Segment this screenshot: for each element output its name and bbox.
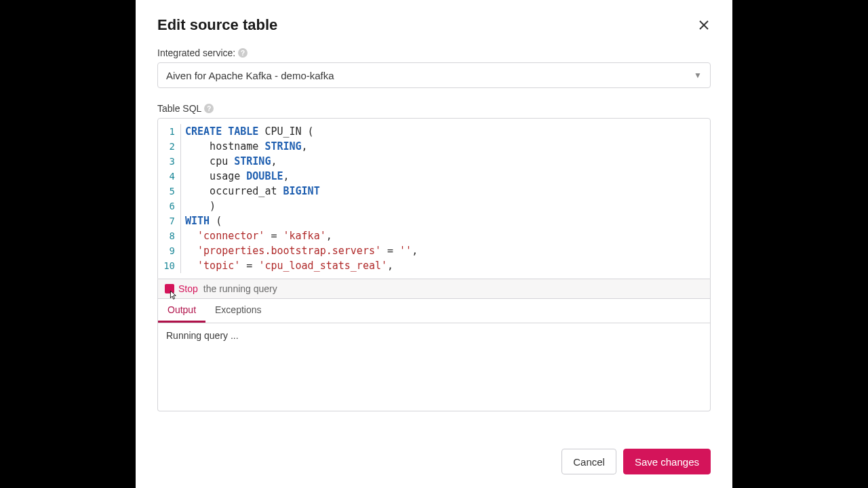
line-number: 9 [158, 243, 181, 258]
integrated-service-label: Integrated service: ? [157, 47, 711, 58]
output-panel: Running query ... [157, 323, 711, 411]
code-content[interactable]: ) [181, 199, 216, 214]
close-icon[interactable] [697, 18, 711, 32]
line-number: 7 [158, 214, 181, 228]
code-line[interactable]: 2 hostname STRING, [158, 139, 710, 154]
output-status: Running query ... [166, 330, 239, 341]
table-sql-label-text: Table SQL [157, 103, 201, 114]
result-tabs: Output Exceptions [157, 299, 711, 323]
integrated-service-label-text: Integrated service: [157, 47, 235, 58]
integrated-service-select[interactable]: Aiven for Apache Kafka - demo-kafka ▼ [157, 62, 711, 88]
code-content[interactable]: CREATE TABLE CPU_IN ( [181, 124, 314, 139]
help-icon[interactable]: ? [204, 104, 214, 113]
line-number: 10 [158, 258, 181, 273]
line-number: 5 [158, 184, 181, 199]
line-number: 3 [158, 154, 181, 169]
code-line[interactable]: 5 occurred_at BIGINT [158, 184, 710, 199]
code-content[interactable]: 'properties.bootstrap.servers' = '', [181, 243, 418, 258]
code-content[interactable]: 'topic' = 'cpu_load_stats_real', [181, 258, 393, 273]
integrated-service-value: Aiven for Apache Kafka - demo-kafka [166, 70, 334, 81]
modal-title: Edit source table [157, 16, 277, 34]
cancel-button[interactable]: Cancel [561, 449, 616, 474]
stop-icon[interactable] [165, 284, 174, 293]
chevron-down-icon: ▼ [694, 70, 702, 80]
tab-output[interactable]: Output [158, 299, 205, 323]
code-line[interactable]: 10 'topic' = 'cpu_load_stats_real', [158, 258, 710, 273]
help-icon[interactable]: ? [238, 48, 248, 58]
code-content[interactable]: cpu STRING, [181, 154, 277, 169]
code-line[interactable]: 7WITH ( [158, 214, 710, 228]
tab-exceptions[interactable]: Exceptions [205, 299, 271, 323]
code-content[interactable]: 'connector' = 'kafka', [181, 228, 332, 243]
code-content[interactable]: hostname STRING, [181, 139, 308, 154]
query-control-bar: Stop the running query [157, 279, 711, 299]
code-content[interactable]: WITH ( [181, 214, 222, 228]
code-line[interactable]: 8 'connector' = 'kafka', [158, 228, 710, 243]
edit-source-table-modal: Edit source table Integrated service: ? … [136, 0, 732, 488]
stop-hint: the running query [203, 283, 277, 294]
code-line[interactable]: 4 usage DOUBLE, [158, 169, 710, 184]
table-sql-label: Table SQL ? [157, 103, 711, 114]
code-content[interactable]: occurred_at BIGINT [181, 184, 320, 199]
line-number: 6 [158, 199, 181, 214]
stop-button[interactable]: Stop [178, 283, 198, 294]
code-line[interactable]: 6 ) [158, 199, 710, 214]
line-number: 2 [158, 139, 181, 154]
sql-editor[interactable]: 1CREATE TABLE CPU_IN (2 hostname STRING,… [157, 118, 711, 279]
code-line[interactable]: 9 'properties.bootstrap.servers' = '', [158, 243, 710, 258]
code-line[interactable]: 3 cpu STRING, [158, 154, 710, 169]
line-number: 8 [158, 228, 181, 243]
modal-footer: Cancel Save changes [561, 449, 711, 474]
modal-header: Edit source table [157, 16, 711, 34]
code-content[interactable]: usage DOUBLE, [181, 169, 290, 184]
save-button[interactable]: Save changes [623, 449, 711, 474]
line-number: 4 [158, 169, 181, 184]
line-number: 1 [158, 124, 181, 139]
code-line[interactable]: 1CREATE TABLE CPU_IN ( [158, 124, 710, 139]
